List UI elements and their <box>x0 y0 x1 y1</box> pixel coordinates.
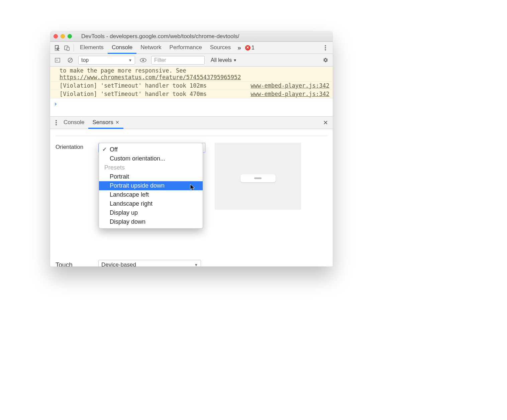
console-body: to make the page more responsive. See ht… <box>50 67 333 98</box>
orientation-row: Orientation ▼ Off Custom orientation... … <box>56 143 327 210</box>
close-drawer-icon[interactable]: ✕ <box>321 119 330 126</box>
window-controls <box>54 34 72 38</box>
chevron-down-icon: ▼ <box>194 263 198 267</box>
dropdown-item-portrait[interactable]: Portrait <box>99 172 203 181</box>
console-message: [Violation] 'setTimeout' handler took 10… <box>60 82 245 89</box>
console-row: to make the page more responsive. See ht… <box>50 67 333 82</box>
console-toolbar: top ▼ Filter All levels ▼ <box>50 54 333 67</box>
titlebar: DevTools - developers.google.com/web/too… <box>50 31 333 42</box>
touch-select[interactable]: Device-based ▼ <box>98 260 201 267</box>
sensors-panel: Orientation ▼ Off Custom orientation... … <box>50 129 333 267</box>
svg-point-11 <box>56 122 57 123</box>
tab-sources[interactable]: Sources <box>206 42 235 54</box>
dropdown-item-display-down[interactable]: Display down <box>99 217 203 226</box>
drawer-tab-label: Sensors <box>92 119 113 126</box>
console-row: [Violation] 'setTimeout' handler took 10… <box>50 82 333 90</box>
error-count: 1 <box>251 45 255 51</box>
drawer-tab-sensors[interactable]: Sensors ✕ <box>88 117 123 129</box>
chevron-down-icon: ▼ <box>233 58 237 62</box>
tab-performance[interactable]: Performance <box>166 42 206 54</box>
divider <box>56 136 327 136</box>
tabs-overflow[interactable]: » <box>235 44 244 51</box>
context-value: top <box>81 57 89 63</box>
svg-line-7 <box>69 59 72 62</box>
svg-point-4 <box>325 49 326 50</box>
console-link[interactable]: https://www.chromestatus.com/feature/574… <box>60 74 241 81</box>
dropdown-item-custom[interactable]: Custom orientation... <box>99 154 203 163</box>
console-prompt[interactable]: › <box>50 98 333 109</box>
drawer-menu-icon[interactable] <box>53 118 60 127</box>
device-icon <box>240 174 276 182</box>
console-message: to make the page more responsive. See ht… <box>60 67 329 81</box>
chevron-down-icon: ▼ <box>128 58 132 62</box>
console-row: [Violation] 'setTimeout' handler took 47… <box>50 90 333 98</box>
home-button-icon <box>254 178 262 179</box>
device-toolbar-icon[interactable] <box>62 43 72 52</box>
zoom-window-button[interactable] <box>68 34 72 38</box>
drawer-tabs: Console Sensors ✕ ✕ <box>50 116 333 129</box>
tab-network[interactable]: Network <box>136 42 165 54</box>
touch-value: Device-based <box>101 261 136 267</box>
error-icon: ✕ <box>245 45 250 50</box>
svg-point-2 <box>325 45 326 46</box>
console-message: [Violation] 'setTimeout' handler took 47… <box>60 91 245 97</box>
console-source-link[interactable]: www-embed-player.js:342 <box>245 82 329 89</box>
devtools-window: DevTools - developers.google.com/web/too… <box>50 31 333 267</box>
dropdown-item-landscape-right[interactable]: Landscape right <box>99 199 203 208</box>
window-title: DevTools - developers.google.com/web/too… <box>75 33 329 40</box>
main-tabs: Elements Console Network Performance Sou… <box>50 42 333 54</box>
drawer-tab-console[interactable]: Console <box>60 117 88 129</box>
levels-select[interactable]: All levels ▼ <box>211 57 237 63</box>
touch-row: Touch Device-based ▼ <box>56 260 201 267</box>
touch-label: Touch <box>56 261 92 267</box>
divider <box>74 44 74 51</box>
more-menu-icon[interactable] <box>321 43 330 52</box>
dropdown-item-off[interactable]: Off <box>99 145 203 154</box>
inspect-icon[interactable] <box>53 43 62 52</box>
filter-placeholder: Filter <box>154 57 166 63</box>
clear-console-icon[interactable] <box>66 56 75 65</box>
orientation-preview <box>215 143 301 210</box>
close-tab-icon[interactable]: ✕ <box>115 120 119 125</box>
dropdown-item-display-up[interactable]: Display up <box>99 208 203 217</box>
svg-point-12 <box>56 124 57 125</box>
svg-rect-1 <box>67 47 69 50</box>
error-badge[interactable]: ✕ 1 <box>245 45 255 51</box>
tab-elements[interactable]: Elements <box>76 42 108 54</box>
svg-point-10 <box>56 120 57 121</box>
levels-label: All levels <box>211 57 232 63</box>
orientation-dropdown: Off Custom orientation... Presets Portra… <box>99 143 203 229</box>
console-sidebar-toggle-icon[interactable] <box>53 56 62 65</box>
tab-console[interactable]: Console <box>108 42 136 54</box>
console-settings-icon[interactable] <box>321 56 330 65</box>
live-expression-icon[interactable] <box>138 56 148 65</box>
dropdown-header: Presets <box>99 163 203 172</box>
filter-input[interactable]: Filter <box>151 56 205 65</box>
close-window-button[interactable] <box>54 34 58 38</box>
svg-point-3 <box>325 47 326 48</box>
console-source-link[interactable]: www-embed-player.js:342 <box>245 91 329 97</box>
dropdown-item-landscape-left[interactable]: Landscape left <box>99 190 203 199</box>
dropdown-item-portrait-upside-down[interactable]: Portrait upside down <box>99 181 203 190</box>
context-select[interactable]: top ▼ <box>78 56 135 65</box>
orientation-label: Orientation <box>56 143 92 150</box>
minimize-window-button[interactable] <box>61 34 65 38</box>
svg-point-9 <box>142 59 144 61</box>
